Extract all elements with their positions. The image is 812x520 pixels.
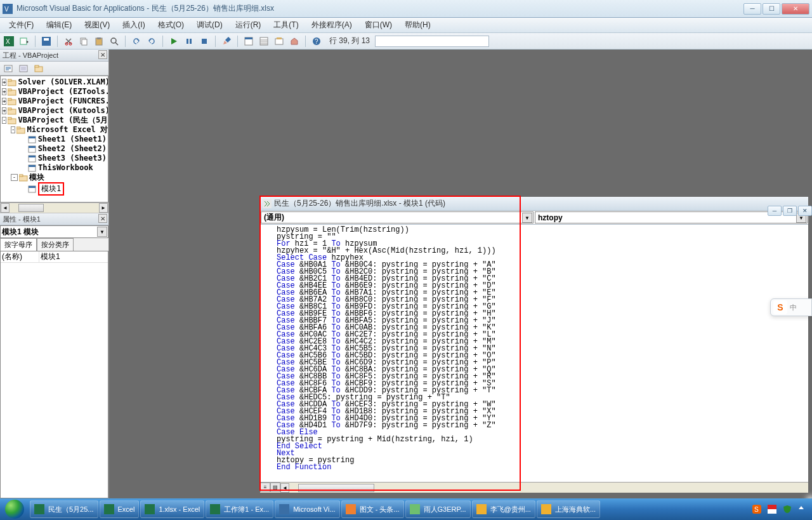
project-panel-close[interactable]: ✕ — [98, 50, 107, 59]
menu-help[interactable]: 帮助(H) — [400, 18, 436, 32]
view-object-button[interactable] — [18, 63, 29, 74]
find-button[interactable] — [108, 35, 121, 48]
menu-run[interactable]: 运行(R) — [230, 18, 266, 32]
tree-node[interactable]: +VBAProject (EZTools. — [2, 87, 107, 97]
scroll-left-arrow[interactable]: ◄ — [280, 483, 289, 493]
help-button[interactable]: ? — [310, 35, 323, 48]
menu-insert[interactable]: 插入(I) — [117, 18, 150, 32]
object-combo[interactable]: (通用) ▼ — [261, 211, 534, 223]
tree-toggle[interactable]: - — [11, 126, 15, 133]
menu-format[interactable]: 格式(O) — [153, 18, 189, 32]
code-hscrollbar[interactable]: ◄ — [280, 483, 808, 493]
menu-debug[interactable]: 调试(D) — [192, 18, 228, 32]
tray-sogou-icon[interactable]: S — [752, 505, 761, 514]
project-tree[interactable]: +Solver (SOLVER.XLAM)+VBAProject (EZTool… — [0, 76, 108, 203]
taskbar-button[interactable]: Excel — [100, 500, 140, 518]
code-window-titlebar[interactable]: 民生（5月25-26）销售出库明细.xlsx - 模块1 (代码) — [260, 197, 808, 211]
menu-tools[interactable]: 工具(T) — [268, 18, 303, 32]
reset-button[interactable] — [198, 35, 211, 48]
menu-window[interactable]: 窗口(W) — [360, 18, 397, 32]
tree-node[interactable]: -模块 — [2, 173, 107, 182]
tree-node[interactable]: Sheet3 (Sheet3) — [2, 154, 107, 163]
procedure-view-button[interactable]: ≡ — [260, 483, 270, 492]
tree-node[interactable]: +Solver (SOLVER.XLAM) — [2, 77, 107, 87]
design-mode-button[interactable] — [220, 35, 233, 48]
paste-button[interactable] — [93, 35, 105, 48]
child-close-button[interactable]: ✕ — [798, 206, 812, 216]
property-value[interactable]: 模块1 — [39, 251, 108, 262]
maximize-button[interactable]: ☐ — [763, 3, 780, 15]
tree-node[interactable]: Sheet1 (Sheet1) — [2, 135, 107, 144]
tree-node[interactable]: Sheet2 (Sheet2) — [2, 144, 107, 154]
copy-button[interactable] — [77, 35, 90, 48]
taskbar-button[interactable]: 民生（5月25... — [30, 500, 98, 518]
tab-categorized[interactable]: 按分类序 — [37, 238, 74, 251]
ime-float[interactable]: S 中 — [770, 298, 812, 316]
tree-toggle[interactable]: - — [11, 174, 18, 181]
tree-node[interactable]: -Microsoft Excel 对象 — [2, 125, 107, 135]
break-button[interactable] — [183, 35, 195, 48]
taskbar-button[interactable]: 工作簿1 - Ex... — [206, 500, 273, 518]
scroll-thumb[interactable] — [18, 204, 44, 212]
toggle-folders-button[interactable] — [33, 63, 44, 74]
child-minimize-button[interactable]: ─ — [768, 206, 782, 216]
toolbox-button[interactable] — [288, 35, 301, 48]
tree-toggle[interactable]: + — [2, 98, 6, 105]
view-excel-button[interactable]: X — [3, 35, 15, 48]
tree-item-icon — [28, 155, 37, 163]
procedure-combo[interactable]: hztopy ▼ — [535, 211, 808, 223]
taskbar-button[interactable]: Microsoft Vi... — [275, 500, 339, 518]
code-editor[interactable]: hzpysum = Len(Trim(hzstring)) pystring =… — [260, 225, 808, 482]
tree-node[interactable]: +VBAProject (FUNCRES. — [2, 97, 107, 106]
tree-node[interactable]: 模块1 — [2, 182, 107, 196]
tray-up-arrow-icon[interactable] — [798, 505, 807, 514]
minimize-button[interactable]: ─ — [743, 3, 761, 15]
project-explorer-button[interactable] — [242, 35, 255, 48]
tab-alphabetic[interactable]: 按字母序 — [0, 238, 37, 251]
full-module-view-button[interactable]: ▤ — [270, 483, 280, 492]
tray-flag-icon[interactable] — [768, 505, 776, 514]
tree-toggle[interactable]: + — [2, 107, 6, 114]
taskbar-button[interactable]: 图文 - 头条... — [341, 500, 404, 518]
tray-shield-icon[interactable] — [783, 505, 792, 514]
view-code-button[interactable] — [3, 63, 14, 74]
undo-button[interactable] — [130, 35, 143, 48]
save-button[interactable] — [40, 35, 53, 48]
tree-toggle[interactable]: - — [2, 117, 6, 124]
tree-node[interactable]: +VBAProject (Kutools) — [2, 106, 107, 116]
menu-file[interactable]: 文件(F) — [4, 18, 39, 32]
tree-item-icon — [8, 98, 16, 105]
scroll-thumb[interactable] — [298, 484, 374, 492]
tree-hscrollbar[interactable]: ◄ ► — [0, 203, 108, 213]
start-button[interactable] — [0, 498, 29, 520]
tree-item-icon — [8, 107, 16, 115]
scroll-left-arrow[interactable]: ◄ — [1, 203, 10, 213]
insert-dropdown[interactable] — [18, 35, 30, 48]
taskbar-button[interactable]: 1.xlsx - Excel — [140, 500, 204, 518]
tree-node[interactable]: ThisWorkbook — [2, 163, 107, 173]
taskbar-button[interactable]: 李飞@贵州... — [472, 500, 535, 518]
cut-button[interactable] — [62, 35, 75, 48]
tree-node[interactable]: -VBAProject (民生（5月 — [2, 116, 107, 125]
properties-grid[interactable]: (名称) 模块1 — [0, 251, 108, 498]
tree-toggle[interactable]: + — [2, 88, 6, 95]
tree-item-icon — [8, 88, 16, 96]
tree-toggle[interactable]: + — [2, 79, 6, 86]
system-tray[interactable]: S — [750, 498, 809, 520]
properties-button[interactable] — [258, 35, 270, 48]
properties-panel-close[interactable]: ✕ — [98, 214, 107, 223]
child-restore-button[interactable]: ❐ — [783, 206, 797, 216]
menu-edit[interactable]: 编辑(E) — [41, 18, 77, 32]
property-row[interactable]: (名称) 模块1 — [1, 251, 108, 263]
menu-addins[interactable]: 外接程序(A) — [306, 18, 357, 32]
taskbar-button[interactable]: 雨人G3ERP... — [405, 500, 471, 518]
redo-button[interactable] — [145, 35, 158, 48]
properties-object-dropdown[interactable]: 模块1 模块 ▼ — [0, 225, 108, 238]
close-button[interactable]: ✕ — [782, 3, 809, 15]
run-button[interactable] — [167, 35, 180, 48]
object-browser-button[interactable] — [273, 35, 285, 48]
taskbar-label: 李飞@贵州... — [490, 505, 531, 514]
taskbar-button[interactable]: 上海海典软... — [537, 500, 600, 518]
menu-view[interactable]: 视图(V) — [79, 18, 115, 32]
scroll-right-arrow[interactable]: ► — [99, 203, 108, 213]
